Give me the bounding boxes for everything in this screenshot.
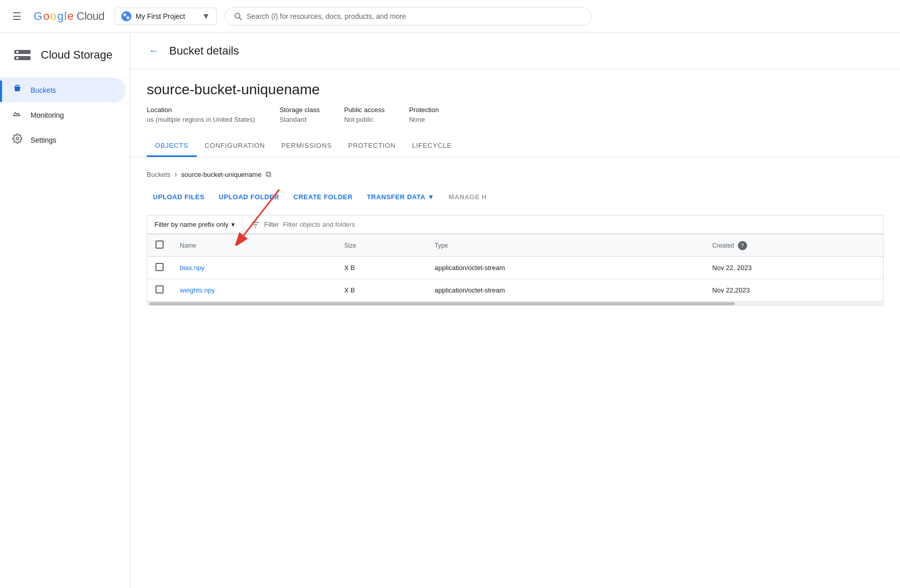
copy-bucket-name-icon[interactable]: ⧉ bbox=[266, 170, 271, 179]
filter-prefix-dropdown-icon: ▾ bbox=[231, 221, 235, 228]
filter-prefix-button[interactable]: Filter by name prefix only ▾ bbox=[147, 216, 243, 233]
bucket-info: source-bucket-uniquename Location us (mu… bbox=[130, 69, 900, 136]
row-checkbox-cell bbox=[147, 257, 172, 279]
global-search-bar[interactable]: Search (/) for resources, docs, products… bbox=[225, 7, 592, 25]
protection-value: None bbox=[409, 116, 439, 123]
main-content: ← Bucket details source-bucket-uniquenam… bbox=[130, 33, 900, 588]
file-link-weights[interactable]: weights.npy bbox=[180, 286, 215, 294]
sidebar-title: Cloud Storage bbox=[41, 48, 113, 62]
project-selector[interactable]: My First Project ▼ bbox=[115, 8, 217, 25]
sidebar: Cloud Storage Buckets Monitoring bbox=[0, 33, 130, 588]
objects-area: Buckets › source-bucket-uniquename ⧉ UPL… bbox=[130, 157, 900, 318]
buckets-icon bbox=[12, 84, 22, 96]
row-created-weights: Nov 22,2023 bbox=[704, 279, 884, 302]
google-logo: Google Cloud bbox=[34, 10, 104, 23]
breadcrumb-current-bucket: source-bucket-uniquename bbox=[181, 171, 262, 178]
storage-class-label: Storage class bbox=[279, 106, 320, 114]
upload-files-button[interactable]: UPLOAD FILES bbox=[147, 189, 210, 205]
bucket-metadata: Location us (multiple regions in United … bbox=[147, 106, 884, 123]
tab-lifecycle[interactable]: LIFECYCLE bbox=[404, 136, 460, 157]
table-row: bias.npy X B application/octet-stream No… bbox=[147, 257, 884, 279]
public-access-value: Not public bbox=[344, 116, 384, 123]
search-icon bbox=[233, 12, 243, 21]
svg-rect-6 bbox=[16, 51, 18, 53]
protection-meta: Protection None bbox=[409, 106, 439, 123]
objects-table: Name Size Type Created ? bbox=[147, 234, 884, 302]
row-size-weights: X B bbox=[336, 279, 427, 302]
tab-protection[interactable]: PROTECTION bbox=[340, 136, 404, 157]
location-meta: Location us (multiple regions in United … bbox=[147, 106, 255, 123]
public-access-label: Public access bbox=[344, 106, 384, 114]
filter-input[interactable] bbox=[283, 221, 875, 228]
scroll-thumb[interactable] bbox=[149, 302, 735, 305]
sidebar-item-label-buckets: Buckets bbox=[31, 86, 56, 94]
table-header-type: Type bbox=[427, 234, 704, 257]
row-checkbox-weights[interactable] bbox=[155, 285, 164, 293]
svg-line-3 bbox=[240, 17, 242, 19]
sidebar-header: Cloud Storage bbox=[0, 37, 130, 73]
active-indicator bbox=[0, 81, 2, 102]
action-buttons: UPLOAD FILES UPLOAD FOLDER CREATE FOLDER… bbox=[147, 189, 884, 205]
row-checkbox-cell bbox=[147, 279, 172, 302]
tab-permissions[interactable]: PERMISSIONS bbox=[273, 136, 340, 157]
row-type-bias: application/octet-stream bbox=[427, 257, 704, 279]
row-created-bias: Nov 22, 2023 bbox=[704, 257, 884, 279]
select-all-checkbox[interactable] bbox=[155, 240, 164, 249]
sidebar-item-label-settings: Settings bbox=[31, 136, 57, 144]
tab-objects[interactable]: OBJECTS bbox=[147, 136, 197, 157]
filter-label: Filter bbox=[264, 221, 279, 228]
storage-class-value: Standard bbox=[279, 116, 320, 123]
file-link-bias[interactable]: bias.npy bbox=[180, 264, 204, 272]
table-header-size: Size bbox=[336, 234, 427, 257]
table-header-name: Name bbox=[172, 234, 336, 257]
svg-rect-7 bbox=[16, 57, 18, 59]
filter-lines-icon bbox=[251, 220, 260, 229]
upload-folder-button[interactable]: UPLOAD FOLDER bbox=[213, 189, 285, 205]
row-size-bias: X B bbox=[336, 257, 427, 279]
sidebar-navigation: Buckets Monitoring Settings bbox=[0, 77, 130, 152]
row-checkbox-bias[interactable] bbox=[155, 263, 164, 271]
main-layout: Cloud Storage Buckets Monitoring bbox=[0, 33, 900, 588]
page-title: Bucket details bbox=[169, 44, 239, 58]
table-row: weights.npy X B application/octet-stream… bbox=[147, 279, 884, 302]
svg-point-0 bbox=[123, 13, 126, 16]
breadcrumb-separator: › bbox=[174, 170, 177, 179]
table-header-checkbox bbox=[147, 234, 172, 257]
transfer-data-label: TRANSFER DATA bbox=[367, 193, 426, 201]
top-navigation: ☰ Google Cloud My First Project ▼ Search… bbox=[0, 0, 900, 33]
table-header-created: Created ? bbox=[704, 234, 884, 257]
svg-point-1 bbox=[126, 16, 129, 19]
location-label: Location bbox=[147, 106, 255, 114]
created-help-icon[interactable]: ? bbox=[738, 241, 747, 250]
back-button[interactable]: ← bbox=[147, 43, 161, 59]
horizontal-scrollbar[interactable] bbox=[147, 302, 884, 306]
transfer-data-arrow-icon: ▼ bbox=[428, 193, 434, 201]
protection-label: Protection bbox=[409, 106, 439, 114]
project-name: My First Project bbox=[136, 12, 198, 20]
breadcrumb-buckets-link[interactable]: Buckets bbox=[147, 171, 170, 178]
create-folder-button[interactable]: CREATE FOLDER bbox=[287, 189, 359, 205]
settings-icon bbox=[12, 133, 22, 146]
filter-prefix-label: Filter by name prefix only bbox=[154, 221, 228, 228]
sidebar-item-settings[interactable]: Settings bbox=[0, 127, 126, 152]
row-name-bias: bias.npy bbox=[172, 257, 336, 279]
sidebar-item-monitoring[interactable]: Monitoring bbox=[0, 102, 126, 127]
manage-h-button[interactable]: MANAGE H bbox=[442, 189, 493, 205]
project-icon bbox=[121, 11, 131, 21]
cloud-storage-icon bbox=[12, 45, 33, 65]
storage-class-meta: Storage class Standard bbox=[279, 106, 320, 123]
filter-input-section: Filter bbox=[243, 216, 883, 233]
page-header: ← Bucket details bbox=[130, 33, 900, 69]
table-header-row: Name Size Type Created ? bbox=[147, 234, 884, 257]
tab-configuration[interactable]: CONFIGURATION bbox=[197, 136, 274, 157]
public-access-meta: Public access Not public bbox=[344, 106, 384, 123]
hamburger-menu-icon[interactable]: ☰ bbox=[8, 6, 25, 26]
sidebar-item-buckets[interactable]: Buckets bbox=[0, 77, 126, 102]
filter-row: Filter by name prefix only ▾ Filter bbox=[147, 215, 884, 234]
monitoring-icon bbox=[12, 109, 22, 121]
transfer-data-button[interactable]: TRANSFER DATA ▼ bbox=[361, 189, 440, 205]
bucket-name: source-bucket-uniquename bbox=[147, 82, 884, 98]
bucket-tabs: OBJECTS CONFIGURATION PERMISSIONS PROTEC… bbox=[130, 136, 900, 157]
sidebar-item-label-monitoring: Monitoring bbox=[31, 111, 64, 119]
location-value: us (multiple regions in United States) bbox=[147, 116, 255, 123]
